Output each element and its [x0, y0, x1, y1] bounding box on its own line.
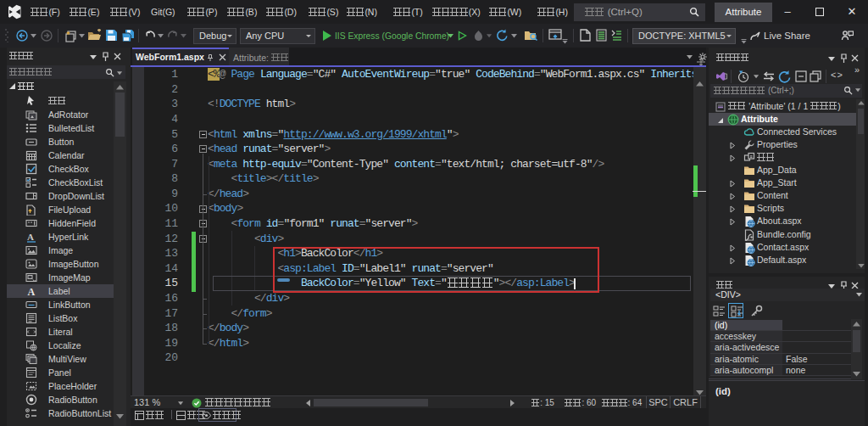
- svg-text:A: A: [28, 285, 36, 297]
- svg-text:A: A: [27, 232, 34, 242]
